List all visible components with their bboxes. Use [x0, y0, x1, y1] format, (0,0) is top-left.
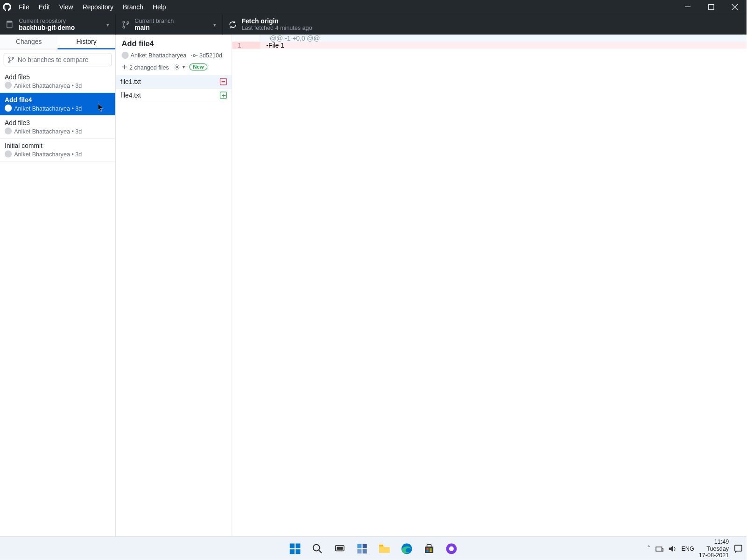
svg-point-4	[123, 21, 125, 23]
svg-point-9	[12, 57, 14, 58]
network-icon[interactable]	[655, 545, 664, 552]
fetch-sub: Last fetched 4 minutes ago	[241, 25, 312, 31]
current-repository-selector[interactable]: Current repository backhub-git-demo ▾	[0, 14, 116, 35]
diff-line: 1-File 1	[232, 42, 747, 49]
commit-item[interactable]: Initial commit Aniket Bhattacharyea • 3d	[0, 139, 115, 161]
svg-point-7	[8, 56, 10, 58]
svg-point-11	[176, 66, 178, 68]
svg-rect-1	[709, 4, 714, 9]
menu-bar: File Edit View Repository Branch Help	[0, 0, 747, 14]
window-minimize-icon[interactable]	[676, 0, 699, 14]
avatar-icon	[122, 52, 129, 59]
branch-label: Current branch	[134, 18, 174, 24]
file-deleted-icon	[220, 78, 227, 85]
svg-rect-15	[296, 549, 300, 554]
volume-icon[interactable]	[669, 545, 677, 552]
svg-point-10	[193, 54, 195, 56]
svg-point-8	[8, 61, 10, 63]
avatar-icon	[5, 127, 12, 134]
store-icon[interactable]	[423, 542, 436, 555]
changed-file-item[interactable]: file1.txt	[116, 75, 232, 89]
window-close-icon[interactable]	[723, 0, 747, 14]
menu-repository[interactable]: Repository	[78, 0, 118, 14]
menu-file[interactable]: File	[14, 0, 34, 14]
menu-branch[interactable]: Branch	[118, 0, 148, 14]
app-logo-icon	[0, 3, 14, 11]
commit-item[interactable]: Add file3 Aniket Bhattacharyea • 3d	[0, 116, 115, 139]
commit-list: Add file5 Aniket Bhattacharyea • 3dAdd f…	[0, 70, 115, 537]
start-icon[interactable]	[289, 542, 302, 555]
commit-item-title: Initial commit	[5, 142, 111, 149]
svg-rect-12	[290, 543, 295, 548]
commit-title: Add file4	[122, 39, 226, 48]
clock[interactable]: 11:49 Tuesday 17-08-2021	[699, 539, 729, 559]
file-explorer-icon[interactable]	[378, 542, 391, 555]
menu-edit[interactable]: Edit	[34, 0, 55, 14]
tray-chevron-icon[interactable]: ˄	[647, 545, 651, 552]
commit-info-bar: Aniket Bhattacharyea 3d5210d 2 changed f…	[116, 52, 232, 75]
widgets-icon[interactable]	[356, 542, 369, 555]
repo-icon	[6, 20, 14, 28]
chevron-down-icon: ▾	[106, 21, 109, 28]
new-badge: New	[190, 63, 207, 70]
notifications-icon[interactable]	[733, 544, 743, 553]
tab-history[interactable]: History	[57, 35, 115, 49]
task-view-icon[interactable]	[333, 542, 346, 555]
search-icon[interactable]	[311, 542, 324, 555]
svg-rect-18	[337, 547, 342, 549]
language-indicator[interactable]: ENG	[681, 545, 694, 552]
compare-branches-input[interactable]: No branches to compare	[4, 53, 112, 66]
current-branch-selector[interactable]: Current branch main ▾	[116, 14, 223, 35]
fetch-label: Fetch origin	[241, 18, 312, 25]
github-desktop-taskbar-icon[interactable]	[445, 542, 458, 555]
diff-settings-button[interactable]: ▾	[174, 63, 185, 70]
diff-hunk-header: @@ -1 +0,0 @@	[232, 35, 747, 42]
svg-rect-34	[735, 545, 742, 551]
svg-rect-29	[426, 550, 429, 552]
diff-view: @@ -1 +0,0 @@1-File 1	[232, 35, 747, 536]
fetch-origin-button[interactable]: Fetch origin Last fetched 4 minutes ago	[223, 14, 747, 35]
commit-author: Aniket Bhattacharyea	[122, 52, 187, 59]
commit-item-meta: Aniket Bhattacharyea • 3d	[5, 82, 111, 89]
commit-item[interactable]: Add file5 Aniket Bhattacharyea • 3d	[0, 70, 115, 93]
svg-rect-13	[296, 543, 300, 548]
commit-item-meta: Aniket Bhattacharyea • 3d	[5, 150, 111, 157]
file-name: file1.txt	[120, 78, 141, 85]
menu-view[interactable]: View	[55, 0, 78, 14]
commit-item[interactable]: Add file4 Aniket Bhattacharyea • 3d	[0, 93, 115, 116]
file-added-icon	[220, 91, 227, 98]
svg-rect-30	[430, 550, 432, 552]
svg-point-32	[449, 546, 454, 551]
changed-file-item[interactable]: file4.txt	[116, 89, 232, 102]
svg-rect-21	[357, 549, 361, 553]
edge-icon[interactable]	[400, 542, 413, 555]
commit-sha[interactable]: 3d5210d	[191, 52, 222, 58]
svg-rect-33	[656, 546, 662, 551]
windows-taskbar: ˄ ENG 11:49 Tuesday 17-08-2021	[0, 536, 747, 560]
svg-rect-0	[685, 7, 691, 7]
avatar-icon	[5, 105, 12, 112]
svg-rect-28	[430, 548, 432, 549]
commit-detail-column: Add file4 Aniket Bhattacharyea 3d5210d 2…	[116, 35, 232, 536]
window-maximize-icon[interactable]	[699, 0, 723, 14]
changed-files-list: file1.txtfile4.txt	[116, 75, 232, 536]
commit-item-meta: Aniket Bhattacharyea • 3d	[5, 127, 111, 134]
commit-title-header: Add file4	[116, 35, 232, 52]
svg-rect-25	[425, 546, 433, 553]
svg-point-16	[313, 544, 320, 551]
branch-name: main	[134, 24, 174, 31]
svg-rect-3	[7, 21, 12, 22]
menu-help[interactable]: Help	[148, 0, 171, 14]
changed-files-count: 2 changed files	[122, 64, 169, 70]
main-area: Changes History No branches to compare A…	[0, 35, 747, 536]
svg-rect-27	[426, 548, 429, 549]
history-sidebar: Changes History No branches to compare A…	[0, 35, 116, 536]
tab-changes[interactable]: Changes	[0, 35, 57, 49]
branch-icon	[122, 20, 130, 28]
repo-label: Current repository	[19, 18, 75, 24]
compare-placeholder: No branches to compare	[18, 56, 89, 63]
avatar-icon	[5, 150, 12, 157]
svg-point-5	[123, 26, 125, 28]
repo-name: backhub-git-demo	[19, 24, 75, 31]
svg-point-6	[127, 21, 129, 23]
